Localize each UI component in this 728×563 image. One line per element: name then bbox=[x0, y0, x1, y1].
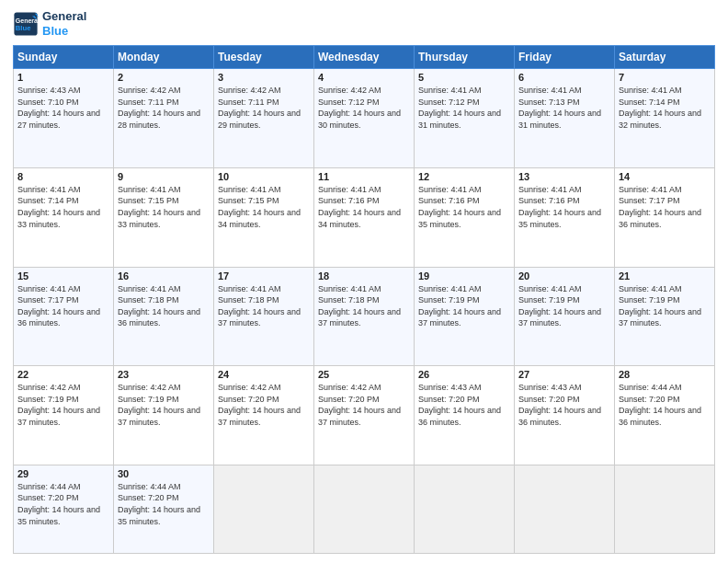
calendar-cell: 8 Sunrise: 4:41 AM Sunset: 7:14 PM Dayli… bbox=[14, 167, 114, 267]
calendar-cell: 7 Sunrise: 4:41 AM Sunset: 7:14 PM Dayli… bbox=[615, 69, 715, 168]
day-number: 6 bbox=[518, 72, 610, 83]
day-info: Sunrise: 4:41 AM Sunset: 7:15 PM Dayligh… bbox=[218, 184, 310, 230]
day-header-wednesday: Wednesday bbox=[314, 46, 415, 69]
calendar-cell: 28 Sunrise: 4:44 AM Sunset: 7:20 PM Dayl… bbox=[615, 366, 715, 465]
calendar-cell: 21 Sunrise: 4:41 AM Sunset: 7:19 PM Dayl… bbox=[615, 267, 715, 366]
calendar-cell: 5 Sunrise: 4:41 AM Sunset: 7:12 PM Dayli… bbox=[415, 69, 515, 168]
calendar-cell: 9 Sunrise: 4:41 AM Sunset: 7:15 PM Dayli… bbox=[114, 167, 214, 267]
day-number: 23 bbox=[118, 369, 210, 380]
calendar-cell bbox=[214, 465, 314, 553]
day-number: 28 bbox=[619, 369, 711, 380]
calendar-cell: 2 Sunrise: 4:42 AM Sunset: 7:11 PM Dayli… bbox=[114, 69, 214, 168]
day-number: 30 bbox=[118, 468, 210, 479]
day-number: 2 bbox=[118, 72, 210, 83]
calendar-cell: 15 Sunrise: 4:41 AM Sunset: 7:17 PM Dayl… bbox=[14, 267, 114, 366]
calendar-cell: 20 Sunrise: 4:41 AM Sunset: 7:19 PM Dayl… bbox=[515, 267, 615, 366]
day-info: Sunrise: 4:41 AM Sunset: 7:17 PM Dayligh… bbox=[17, 283, 109, 329]
calendar-cell: 1 Sunrise: 4:43 AM Sunset: 7:10 PM Dayli… bbox=[14, 69, 114, 168]
calendar-week-5: 29 Sunrise: 4:44 AM Sunset: 7:20 PM Dayl… bbox=[14, 465, 715, 553]
day-info: Sunrise: 4:43 AM Sunset: 7:20 PM Dayligh… bbox=[518, 382, 610, 428]
day-number: 19 bbox=[418, 270, 510, 282]
day-number: 7 bbox=[619, 72, 711, 83]
calendar-table: SundayMondayTuesdayWednesdayThursdayFrid… bbox=[13, 45, 715, 554]
calendar-body: 1 Sunrise: 4:43 AM Sunset: 7:10 PM Dayli… bbox=[14, 69, 715, 554]
day-header-thursday: Thursday bbox=[415, 46, 515, 69]
calendar-cell: 30 Sunrise: 4:44 AM Sunset: 7:20 PM Dayl… bbox=[114, 465, 214, 553]
calendar-cell: 27 Sunrise: 4:43 AM Sunset: 7:20 PM Dayl… bbox=[515, 366, 615, 465]
day-header-tuesday: Tuesday bbox=[214, 46, 314, 69]
day-number: 17 bbox=[218, 270, 310, 282]
calendar-cell: 6 Sunrise: 4:41 AM Sunset: 7:13 PM Dayli… bbox=[515, 69, 615, 168]
calendar-cell: 25 Sunrise: 4:42 AM Sunset: 7:20 PM Dayl… bbox=[314, 366, 415, 465]
calendar-cell: 29 Sunrise: 4:44 AM Sunset: 7:20 PM Dayl… bbox=[14, 465, 114, 553]
calendar-header-row: SundayMondayTuesdayWednesdayThursdayFrid… bbox=[14, 46, 715, 69]
day-number: 1 bbox=[17, 72, 109, 83]
day-info: Sunrise: 4:42 AM Sunset: 7:20 PM Dayligh… bbox=[318, 382, 410, 428]
day-info: Sunrise: 4:41 AM Sunset: 7:19 PM Dayligh… bbox=[418, 283, 510, 329]
calendar-cell: 17 Sunrise: 4:41 AM Sunset: 7:18 PM Dayl… bbox=[214, 267, 314, 366]
day-number: 22 bbox=[17, 369, 109, 380]
logo: General Blue General Blue bbox=[13, 9, 86, 38]
calendar-cell: 14 Sunrise: 4:41 AM Sunset: 7:17 PM Dayl… bbox=[615, 167, 715, 267]
day-number: 16 bbox=[118, 270, 210, 282]
calendar-cell: 23 Sunrise: 4:42 AM Sunset: 7:19 PM Dayl… bbox=[114, 366, 214, 465]
day-number: 10 bbox=[218, 171, 310, 182]
day-info: Sunrise: 4:41 AM Sunset: 7:15 PM Dayligh… bbox=[118, 184, 210, 230]
day-info: Sunrise: 4:41 AM Sunset: 7:12 PM Dayligh… bbox=[418, 85, 510, 131]
day-info: Sunrise: 4:41 AM Sunset: 7:16 PM Dayligh… bbox=[518, 184, 610, 230]
calendar-cell: 18 Sunrise: 4:41 AM Sunset: 7:18 PM Dayl… bbox=[314, 267, 415, 366]
calendar-cell: 13 Sunrise: 4:41 AM Sunset: 7:16 PM Dayl… bbox=[515, 167, 615, 267]
day-info: Sunrise: 4:41 AM Sunset: 7:19 PM Dayligh… bbox=[518, 283, 610, 329]
day-number: 9 bbox=[118, 171, 210, 182]
day-info: Sunrise: 4:41 AM Sunset: 7:16 PM Dayligh… bbox=[318, 184, 410, 230]
day-number: 21 bbox=[619, 270, 711, 282]
calendar-week-1: 1 Sunrise: 4:43 AM Sunset: 7:10 PM Dayli… bbox=[14, 69, 715, 168]
calendar-cell: 10 Sunrise: 4:41 AM Sunset: 7:15 PM Dayl… bbox=[214, 167, 314, 267]
day-info: Sunrise: 4:41 AM Sunset: 7:17 PM Dayligh… bbox=[619, 184, 711, 230]
day-info: Sunrise: 4:42 AM Sunset: 7:19 PM Dayligh… bbox=[17, 382, 109, 428]
day-number: 4 bbox=[318, 72, 410, 83]
page: General Blue General Blue SundayMondayTu… bbox=[0, 0, 728, 563]
calendar-cell bbox=[314, 465, 415, 553]
calendar-cell bbox=[415, 465, 515, 553]
calendar-week-3: 15 Sunrise: 4:41 AM Sunset: 7:17 PM Dayl… bbox=[14, 267, 715, 366]
header: General Blue General Blue bbox=[13, 9, 715, 38]
day-number: 24 bbox=[218, 369, 310, 380]
calendar-cell: 19 Sunrise: 4:41 AM Sunset: 7:19 PM Dayl… bbox=[415, 267, 515, 366]
day-info: Sunrise: 4:43 AM Sunset: 7:20 PM Dayligh… bbox=[418, 382, 510, 428]
calendar-cell: 3 Sunrise: 4:42 AM Sunset: 7:11 PM Dayli… bbox=[214, 69, 314, 168]
calendar-cell: 4 Sunrise: 4:42 AM Sunset: 7:12 PM Dayli… bbox=[314, 69, 415, 168]
day-number: 13 bbox=[518, 171, 610, 182]
calendar-cell: 24 Sunrise: 4:42 AM Sunset: 7:20 PM Dayl… bbox=[214, 366, 314, 465]
calendar-week-4: 22 Sunrise: 4:42 AM Sunset: 7:19 PM Dayl… bbox=[14, 366, 715, 465]
calendar-cell bbox=[515, 465, 615, 553]
day-number: 8 bbox=[17, 171, 109, 182]
day-number: 14 bbox=[619, 171, 711, 182]
day-info: Sunrise: 4:41 AM Sunset: 7:18 PM Dayligh… bbox=[118, 283, 210, 329]
day-info: Sunrise: 4:41 AM Sunset: 7:19 PM Dayligh… bbox=[619, 283, 711, 329]
day-info: Sunrise: 4:44 AM Sunset: 7:20 PM Dayligh… bbox=[118, 481, 210, 527]
day-header-saturday: Saturday bbox=[615, 46, 715, 69]
calendar-cell: 26 Sunrise: 4:43 AM Sunset: 7:20 PM Dayl… bbox=[415, 366, 515, 465]
day-info: Sunrise: 4:41 AM Sunset: 7:18 PM Dayligh… bbox=[318, 283, 410, 329]
day-number: 15 bbox=[17, 270, 109, 282]
logo-icon: General Blue bbox=[13, 11, 39, 37]
logo-text: General Blue bbox=[42, 9, 86, 38]
day-header-monday: Monday bbox=[114, 46, 214, 69]
calendar-cell: 16 Sunrise: 4:41 AM Sunset: 7:18 PM Dayl… bbox=[114, 267, 214, 366]
day-info: Sunrise: 4:42 AM Sunset: 7:19 PM Dayligh… bbox=[118, 382, 210, 428]
day-number: 5 bbox=[418, 72, 510, 83]
day-info: Sunrise: 4:43 AM Sunset: 7:10 PM Dayligh… bbox=[17, 85, 109, 131]
day-info: Sunrise: 4:44 AM Sunset: 7:20 PM Dayligh… bbox=[619, 382, 711, 428]
day-number: 3 bbox=[218, 72, 310, 83]
svg-text:Blue: Blue bbox=[16, 24, 31, 32]
day-info: Sunrise: 4:42 AM Sunset: 7:20 PM Dayligh… bbox=[218, 382, 310, 428]
day-header-sunday: Sunday bbox=[14, 46, 114, 69]
day-number: 12 bbox=[418, 171, 510, 182]
calendar-cell: 12 Sunrise: 4:41 AM Sunset: 7:16 PM Dayl… bbox=[415, 167, 515, 267]
day-number: 11 bbox=[318, 171, 410, 182]
calendar-cell: 22 Sunrise: 4:42 AM Sunset: 7:19 PM Dayl… bbox=[14, 366, 114, 465]
day-info: Sunrise: 4:42 AM Sunset: 7:12 PM Dayligh… bbox=[318, 85, 410, 131]
day-info: Sunrise: 4:42 AM Sunset: 7:11 PM Dayligh… bbox=[218, 85, 310, 131]
day-info: Sunrise: 4:41 AM Sunset: 7:14 PM Dayligh… bbox=[619, 85, 711, 131]
